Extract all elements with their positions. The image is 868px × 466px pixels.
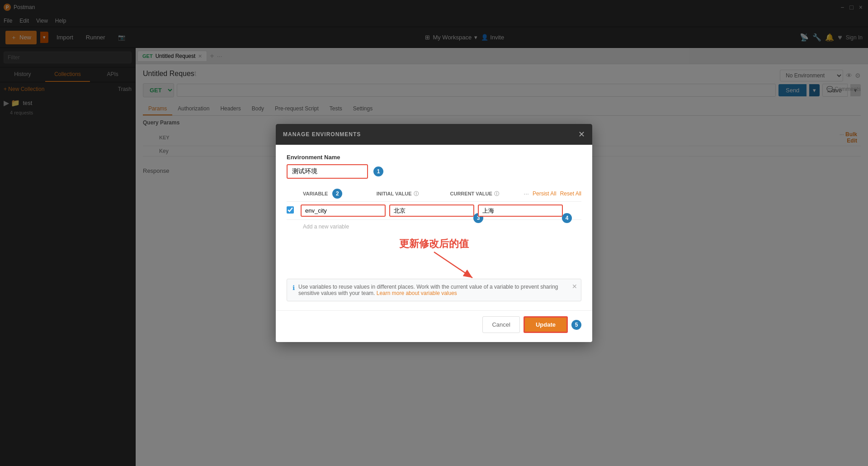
- current-info-icon: ⓘ: [494, 190, 499, 197]
- current-value-header-label: CURRENT VALUE: [450, 191, 492, 196]
- variable-checkbox[interactable]: [287, 206, 294, 214]
- persist-all-button[interactable]: Persist All: [533, 190, 557, 197]
- svg-line-1: [434, 252, 472, 278]
- modal-close-button[interactable]: ✕: [578, 129, 585, 139]
- info-close-button[interactable]: ✕: [572, 283, 577, 290]
- initial-info-icon: ⓘ: [414, 190, 419, 197]
- initial-value-input[interactable]: [389, 204, 474, 217]
- modal-title: MANAGE ENVIRONMENTS: [283, 131, 361, 138]
- annotation-area: 更新修改后的值: [287, 233, 581, 270]
- variable-name-input[interactable]: [301, 204, 386, 217]
- manage-environments-modal: MANAGE ENVIRONMENTS ✕ Environment Name 1…: [276, 124, 592, 342]
- step-1-badge: 1: [373, 166, 383, 176]
- initial-value-header-label: INITIAL VALUE: [377, 191, 412, 196]
- variable-header-label: VARIABLE: [303, 191, 328, 196]
- variable-row: 3 4: [287, 202, 581, 220]
- step-5-badge: 5: [571, 320, 581, 330]
- modal-overlay[interactable]: MANAGE ENVIRONMENTS ✕ Environment Name 1…: [0, 0, 868, 466]
- info-box: ℹ Use variables to reuse values in diffe…: [287, 279, 581, 301]
- step-4-badge: 4: [562, 213, 572, 223]
- annotation-text: 更新修改后的值: [287, 237, 581, 251]
- modal-header: MANAGE ENVIRONMENTS ✕: [276, 124, 592, 145]
- step-2-badge: 2: [332, 189, 342, 199]
- vars-more-button[interactable]: ···: [524, 190, 529, 197]
- reset-all-button[interactable]: Reset All: [560, 190, 581, 197]
- env-name-input[interactable]: [287, 164, 368, 179]
- update-button[interactable]: Update: [524, 316, 568, 333]
- env-name-section: Environment Name 1: [287, 154, 581, 179]
- add-variable-row[interactable]: Add a new variable: [287, 220, 581, 233]
- info-icon: ℹ: [292, 284, 295, 291]
- vars-table: VARIABLE 2 INITIAL VALUE ⓘ CURRENT VALUE…: [287, 186, 581, 233]
- modal-body: Environment Name 1 VARIABLE 2 INITIAL VA…: [276, 145, 592, 310]
- annotation-arrow: [429, 250, 484, 281]
- vars-header: VARIABLE 2 INITIAL VALUE ⓘ CURRENT VALUE…: [287, 186, 581, 202]
- info-link[interactable]: Learn more about variable values: [377, 290, 457, 296]
- modal-footer: Cancel Update 5: [276, 310, 592, 342]
- cancel-button[interactable]: Cancel: [482, 316, 519, 333]
- info-text: Use variables to reuse values in differe…: [298, 284, 576, 296]
- env-name-label: Environment Name: [287, 154, 581, 161]
- current-value-input[interactable]: [478, 204, 563, 217]
